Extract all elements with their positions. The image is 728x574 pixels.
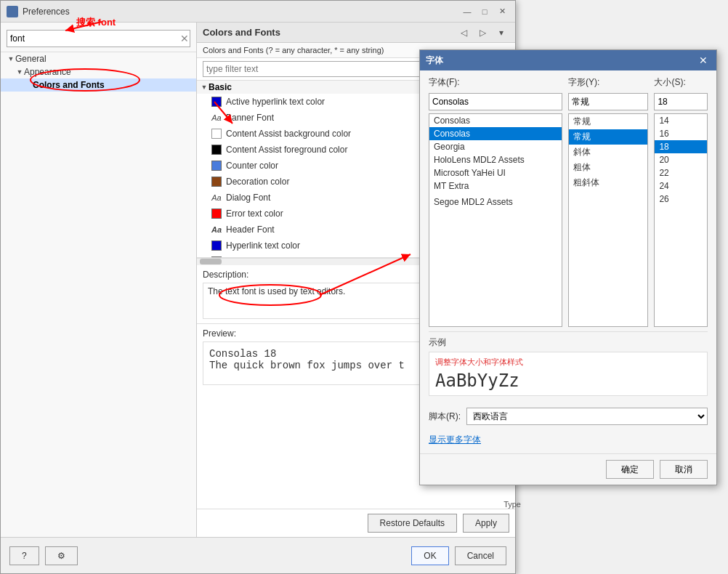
- colors-fonts-label: Colors and Fonts: [33, 80, 105, 90]
- font-dialog-footer: 确定 取消: [420, 453, 716, 485]
- sidebar-item-general[interactable]: ▼ General: [1, 52, 196, 65]
- color-swatch: [211, 129, 222, 139]
- expand-icon-cf: [24, 81, 33, 89]
- minimize-button[interactable]: —: [460, 4, 474, 19]
- help-button[interactable]: ?: [9, 546, 39, 565]
- color-swatch: [211, 97, 222, 107]
- expand-icon: ▼: [7, 54, 15, 63]
- apply-button[interactable]: Apply: [463, 514, 509, 533]
- search-container: ✕: [7, 30, 190, 47]
- size-item[interactable]: 16: [655, 127, 707, 140]
- font-style-column: 字形(Y): 常规 常规 斜体 粗体 粗斜体: [568, 76, 648, 327]
- style-item[interactable]: 斜体: [569, 145, 647, 160]
- preferences-title: Preferences: [23, 7, 460, 17]
- font-dialog: 字体 ✕ 字体(F): Consolas Consolas Georgia Ho…: [419, 49, 717, 485]
- font-list-item[interactable]: Consolas: [429, 114, 562, 127]
- sidebar-item-colors-fonts[interactable]: Colors and Fonts: [1, 78, 196, 92]
- font-list-item[interactable]: Microsoft YaHei UI: [429, 166, 562, 179]
- search-wrapper: ✕: [1, 25, 196, 52]
- search-clear-button[interactable]: ✕: [180, 33, 189, 44]
- item-label: Header Font: [226, 225, 275, 235]
- item-label: Banner Font: [226, 113, 274, 123]
- size-item-selected[interactable]: 18: [655, 140, 707, 153]
- font-list-item-selected[interactable]: Consolas: [429, 127, 562, 140]
- style-item[interactable]: 粗斜体: [569, 175, 647, 190]
- footer-left: ? ⚙: [9, 546, 78, 565]
- item-label: Counter color: [226, 161, 278, 171]
- item-label: Active hyperlink text color: [226, 97, 325, 107]
- cancel-button[interactable]: Cancel: [455, 546, 506, 565]
- font-size-column: 大小(S): 14 16 18 20 22 24 26: [654, 76, 708, 327]
- preferences-footer: ? ⚙ OK Cancel: [1, 537, 515, 573]
- font-list-item[interactable]: HoloLens MDL2 Assets: [429, 153, 562, 166]
- size-label: 大小(S):: [654, 76, 708, 89]
- font-columns: 字体(F): Consolas Consolas Georgia HoloLen…: [429, 76, 708, 327]
- window-controls: — □ ✕: [460, 4, 509, 19]
- general-label: General: [15, 54, 46, 64]
- font-style-input[interactable]: [568, 93, 648, 110]
- basic-expand-icon: ▼: [200, 83, 209, 92]
- restore-defaults-button[interactable]: Restore Defaults: [368, 514, 457, 533]
- window-icon: [7, 6, 18, 17]
- font-ok-button[interactable]: 确定: [606, 460, 654, 479]
- font-preview-box: 调整字体大小和字体样式 AaBbYyZz: [429, 352, 708, 396]
- size-item[interactable]: 20: [655, 153, 707, 166]
- script-label: 脚本(R):: [429, 411, 461, 423]
- color-swatch: [211, 177, 222, 187]
- item-label: Dialog Font: [226, 193, 270, 203]
- close-button[interactable]: ✕: [495, 4, 509, 19]
- size-item[interactable]: 22: [655, 166, 707, 179]
- item-label: Content Assist foreground color: [226, 145, 347, 155]
- font-dialog-titlebar: 字体 ✕: [420, 50, 716, 70]
- pref-icon-button[interactable]: ⚙: [45, 546, 78, 565]
- item-label: Error text color: [226, 209, 283, 219]
- style-item[interactable]: 常规: [569, 114, 647, 129]
- style-item-selected[interactable]: 常规: [569, 129, 647, 145]
- font-cancel-button[interactable]: 取消: [660, 460, 708, 479]
- ok-button[interactable]: OK: [411, 546, 448, 565]
- font-size-list[interactable]: 14 16 18 20 22 24 26: [654, 113, 708, 327]
- forward-button[interactable]: ▷: [474, 25, 490, 41]
- expand-icon-appearance: ▼: [15, 68, 24, 76]
- script-select[interactable]: 西欧语言: [466, 408, 708, 425]
- appearance-label: Appearance: [24, 67, 71, 77]
- panel-action-row: Restore Defaults Apply: [197, 509, 515, 537]
- sidebar-item-appearance[interactable]: ▼ Appearance: [1, 65, 196, 78]
- font-name-list[interactable]: Consolas Consolas Georgia HoloLens MDL2 …: [429, 113, 562, 327]
- style-item[interactable]: 粗体: [569, 160, 647, 175]
- font-name-column: 字体(F): Consolas Consolas Georgia HoloLen…: [429, 76, 562, 327]
- style-label: 字形(Y):: [568, 76, 648, 89]
- font-style-list[interactable]: 常规 常规 斜体 粗体 粗斜体: [568, 113, 648, 327]
- color-swatch: [211, 161, 222, 171]
- color-swatch: [211, 145, 222, 155]
- size-item[interactable]: 24: [655, 179, 707, 193]
- maximize-button[interactable]: □: [477, 4, 492, 19]
- font-dialog-body: 字体(F): Consolas Consolas Georgia HoloLen…: [420, 70, 716, 453]
- font-size-input[interactable]: [654, 93, 708, 110]
- size-item[interactable]: 14: [655, 114, 707, 127]
- font-label: 字体(F):: [429, 76, 562, 89]
- more-button[interactable]: ▾: [493, 25, 509, 41]
- panel-toolbar: Colors and Fonts ◁ ▷ ▾: [197, 23, 515, 43]
- item-label: Decoration color: [226, 177, 289, 187]
- preferences-titlebar: Preferences — □ ✕: [1, 1, 515, 23]
- font-dialog-title: 字体: [426, 54, 443, 67]
- color-swatch: [211, 209, 222, 219]
- size-item[interactable]: 26: [655, 193, 707, 206]
- font-dialog-close-button[interactable]: ✕: [696, 53, 711, 68]
- font-icon: Aa: [211, 193, 222, 203]
- font-list-item[interactable]: Georgia: [429, 140, 562, 153]
- footer-right: OK Cancel: [411, 546, 506, 565]
- font-list-item[interactable]: MT Extra: [429, 179, 562, 193]
- font-name-input[interactable]: [429, 93, 562, 110]
- show-more-fonts-link[interactable]: 显示更多字体: [429, 432, 708, 448]
- font-preview-section: 示例 调整字体大小和字体样式 AaBbYyZz: [429, 331, 708, 400]
- font-icon: Aa: [211, 225, 222, 235]
- back-button[interactable]: ◁: [456, 25, 472, 41]
- basic-section-label: Basic: [209, 82, 232, 92]
- font-list-item[interactable]: Segoe MDL2 Assets: [429, 195, 562, 209]
- search-input[interactable]: [7, 30, 190, 47]
- script-row: 脚本(R): 西欧语言: [429, 405, 708, 428]
- color-swatch: [211, 240, 222, 251]
- item-label: Hyperlink text color: [226, 240, 300, 251]
